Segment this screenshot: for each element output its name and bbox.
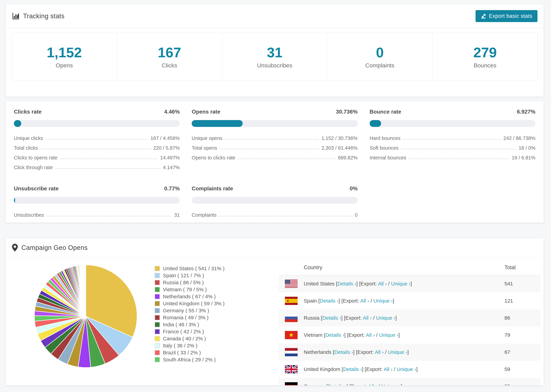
rate-stat-value: 1,152 / 30.736% <box>321 135 357 141</box>
es-flag-icon <box>285 297 304 305</box>
details-link[interactable]: Details › <box>338 281 356 287</box>
rate-stat-line: Opens to clicks rate689.82% <box>192 151 357 161</box>
export-unique-link[interactable]: Unique › <box>388 349 407 355</box>
rate-stat-label: Unique opens <box>192 135 222 141</box>
legend-item[interactable]: Romania ( 49 / 3% ) <box>155 314 225 321</box>
bracket: [ <box>342 366 343 372</box>
export-label: ] [Export: <box>341 315 363 321</box>
export-unique-link[interactable]: Unique › <box>391 281 410 287</box>
export-all-link[interactable]: All › <box>363 315 372 321</box>
geo-table-body: United States [Details ›] [Export: All ›… <box>279 275 540 385</box>
geo-opens-table: Country Total United States [Details ›] … <box>279 260 540 385</box>
bracket: ] <box>401 384 402 385</box>
legend-item[interactable]: United Kingdom ( 59 / 3% ) <box>155 300 225 307</box>
export-all-link[interactable]: All › <box>384 366 393 372</box>
legend-swatch <box>155 287 160 292</box>
export-all-link[interactable]: All › <box>366 332 375 338</box>
export-unique-link[interactable]: Unique › <box>381 384 401 385</box>
legend-label: United States ( 541 / 31% ) <box>163 266 225 271</box>
geo-body: United States ( 541 / 31% )Spain ( 121 /… <box>6 257 544 385</box>
total-cell: 79 <box>504 332 536 338</box>
rate-stat-line: Unique clicks167 / 4.456% <box>14 131 180 141</box>
rates-grid: Clicks rate 4.46% Unique clicks167 / 4.4… <box>14 109 536 218</box>
bracket: [ <box>324 332 325 338</box>
export-unique-link[interactable]: Unique › <box>373 298 393 304</box>
legend-swatch <box>155 266 160 271</box>
geo-table-row: Russia [Details ›] [Export: All › / Uniq… <box>279 309 540 327</box>
country-name: Netherlands <box>304 349 333 355</box>
legend-item[interactable]: Brazil ( 33 / 2% ) <box>155 349 225 356</box>
export-unique-link[interactable]: Unique › <box>397 366 416 372</box>
legend-item[interactable]: India ( 46 / 3% ) <box>155 321 225 328</box>
details-link[interactable]: Details › <box>343 366 362 372</box>
geo-opens-header: Campaign Geo Opens <box>6 238 544 257</box>
export-basic-stats-button[interactable]: Export basic stats <box>475 10 537 22</box>
export-unique-link[interactable]: Unique › <box>379 332 398 338</box>
slash: / <box>384 349 388 355</box>
geo-table-row: Vietnam [Details ›] [Export: All › / Uni… <box>279 327 540 343</box>
legend-label: Germany ( 55 / 3% ) <box>163 308 209 314</box>
page-title: Tracking stats <box>23 13 64 20</box>
legend-item[interactable]: Germany ( 55 / 3% ) <box>155 307 225 314</box>
rate-stat-label: Clicks to opens rate <box>14 155 57 161</box>
legend-swatch <box>155 294 160 299</box>
nl-flag-icon <box>285 348 304 356</box>
bracket: ] <box>410 281 412 287</box>
legend-swatch <box>155 280 160 285</box>
export-all-link[interactable]: All › <box>368 384 377 385</box>
slash: / <box>369 298 373 304</box>
pie-slice[interactable] <box>85 265 86 316</box>
legend-item[interactable]: Spain ( 121 / 7% ) <box>155 272 225 279</box>
unsubscribe-rate-value: 0.77% <box>164 185 180 192</box>
legend-item[interactable]: Russia ( 86 / 5% ) <box>155 279 225 286</box>
legend-item[interactable]: France ( 42 / 2% ) <box>155 328 225 335</box>
details-link[interactable]: Details › <box>334 349 353 355</box>
complaints-count: 0 <box>376 45 384 60</box>
complaints-rate-title: Complaints rate <box>192 185 233 192</box>
legend-item[interactable]: Canada ( 40 / 2% ) <box>155 335 225 342</box>
export-all-link[interactable]: All › <box>360 298 369 304</box>
tracking-stats-header: Tracking stats Export basic stats <box>6 4 544 28</box>
stat-complaints: 0 Complaints <box>327 33 433 81</box>
dotted-leader <box>40 149 151 149</box>
rate-stat-line: Click through rate4.147% <box>14 161 180 170</box>
geo-opens-pie-chart[interactable] <box>33 263 139 369</box>
country-cell: Spain [Details ›] [Export: All › / Uniqu… <box>304 298 504 304</box>
details-link[interactable]: Details › <box>328 384 346 385</box>
country-cell: Germany [Details ›] [Export: All › / Uni… <box>304 384 504 385</box>
legend-item[interactable]: United States ( 541 / 31% ) <box>155 265 225 272</box>
slash: / <box>387 281 391 287</box>
stat-bounces: 279 Bounces <box>433 33 537 81</box>
export-unique-link[interactable]: Unique › <box>376 315 395 321</box>
legend-label: Romania ( 49 / 3% ) <box>163 315 209 321</box>
opens-rate-progressbar <box>192 120 357 127</box>
legend-item[interactable]: Italy ( 36 / 2% ) <box>155 342 225 349</box>
rate-stat-label: Internal bounces <box>370 155 406 161</box>
details-link[interactable]: Details › <box>320 298 339 304</box>
legend-item[interactable]: South Africa ( 29 / 2% ) <box>155 356 225 363</box>
opens-rate-title: Opens rate <box>192 109 220 115</box>
complaints-label: Complaints <box>365 62 395 69</box>
export-all-link[interactable]: All › <box>378 281 387 287</box>
total-cell: 86 <box>504 315 536 321</box>
bracket: [ <box>336 281 337 287</box>
rate-stat-value: 19 / 6.81% <box>512 155 536 161</box>
rate-stat-label: Opens to clicks rate <box>192 155 235 161</box>
legend-label: United Kingdom ( 59 / 3% ) <box>163 301 225 307</box>
export-all-link[interactable]: All › <box>375 349 384 355</box>
details-link[interactable]: Details › <box>322 315 341 321</box>
rate-stat-value: 2,303 / 61.446% <box>321 145 357 151</box>
legend-item[interactable]: Vietnam ( 79 / 5% ) <box>155 286 225 293</box>
legend-label: Italy ( 36 / 2% ) <box>163 343 198 349</box>
export-label: ] [Export: <box>344 332 366 338</box>
dotted-leader <box>225 139 319 140</box>
clicks-label: Clicks <box>162 62 177 69</box>
bracket: ] <box>416 366 417 372</box>
clicks-rate-title: Clicks rate <box>14 109 42 115</box>
country-column-header: Country <box>304 264 504 271</box>
bracket: [ <box>326 384 328 385</box>
total-column-header: Total <box>504 264 536 271</box>
legend-item[interactable]: Netherlands ( 67 / 4% ) <box>155 293 225 300</box>
details-link[interactable]: Details › <box>325 332 344 338</box>
country-name: Spain <box>304 298 318 304</box>
